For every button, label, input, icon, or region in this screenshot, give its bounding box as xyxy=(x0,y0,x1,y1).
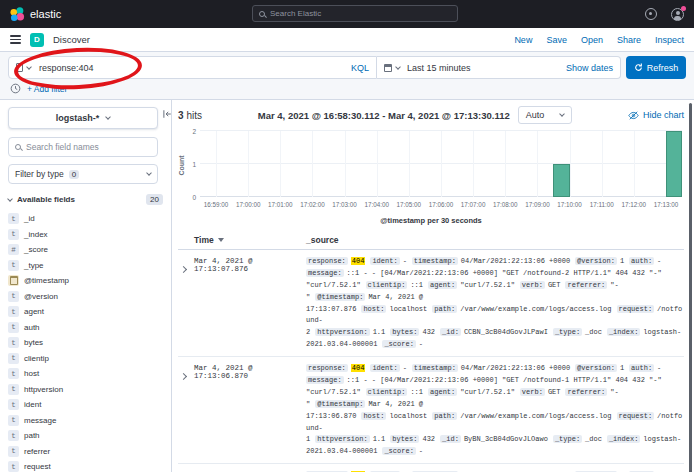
field-list-item[interactable]: t ident xyxy=(8,397,163,413)
document-time: Mar 4, 2021 @ 17:13:06.870 xyxy=(194,363,306,458)
field-list-item[interactable]: t _type xyxy=(8,258,163,274)
date-picker[interactable]: Last 15 minutes Show dates xyxy=(377,56,621,79)
x-axis-tick-label: 17:02:00 xyxy=(300,201,325,208)
vertical-scrollbar[interactable] xyxy=(689,103,692,472)
field-name: httpversion xyxy=(24,385,63,394)
add-filter-button[interactable]: + Add filter xyxy=(27,84,67,94)
field-list-item[interactable]: t clientip xyxy=(8,351,163,367)
x-axis-tick-label: 17:12:00 xyxy=(622,201,647,208)
field-list-item[interactable]: t auth xyxy=(8,320,163,336)
field-type-date-icon xyxy=(8,275,19,286)
saved-query-menu-icon[interactable] xyxy=(16,63,23,72)
field-list-item[interactable]: t agent xyxy=(8,304,163,320)
histogram-bar[interactable] xyxy=(666,131,682,197)
source-field-value: - xyxy=(403,364,407,372)
source-field-label: timestamp: xyxy=(412,364,458,372)
expand-document-icon[interactable] xyxy=(178,363,194,458)
expand-document-icon[interactable] xyxy=(178,256,194,351)
source-field-label: clientip: xyxy=(366,281,408,289)
show-dates-button[interactable]: Show dates xyxy=(566,63,613,73)
nav-action-link[interactable]: Save xyxy=(546,35,567,45)
filter-by-type-select[interactable]: Filter by type 0 xyxy=(8,164,158,184)
field-list-item[interactable]: t path xyxy=(8,428,163,444)
query-language-button[interactable]: KQL xyxy=(351,63,369,73)
field-list-item[interactable]: t request xyxy=(8,459,163,472)
histogram-bar[interactable] xyxy=(553,164,569,197)
source-field-value: 04/Mar/2021:22:13:06 +0000 xyxy=(461,257,570,265)
collapse-sidebar-icon[interactable] xyxy=(162,109,172,119)
source-field-label: _index: xyxy=(607,328,640,336)
field-name: @version xyxy=(24,292,58,301)
source-field-label: path: xyxy=(432,412,457,420)
field-list-item[interactable]: @timestamp xyxy=(8,273,163,289)
source-field-value: 1 xyxy=(620,364,624,372)
document-source: response:404ident:-timestamp:04/Mar/2021… xyxy=(306,256,684,351)
source-field-value: 432 xyxy=(422,328,435,336)
nav-action-link[interactable]: Inspect xyxy=(655,35,684,45)
source-field-value: ::1 xyxy=(410,388,423,396)
interval-select[interactable]: Auto xyxy=(518,106,573,124)
hide-chart-button[interactable]: Hide chart xyxy=(628,110,684,121)
source-field-value: - xyxy=(419,447,423,455)
source-field-label: bytes: xyxy=(390,435,419,443)
field-list-item[interactable]: t @version xyxy=(8,289,163,305)
y-axis-tick-label: 0 xyxy=(192,194,196,201)
index-pattern-select[interactable]: logstash-* xyxy=(8,107,158,129)
source-field-value: /var/www/example.com/logs/access.log xyxy=(460,305,611,313)
elastic-logo[interactable]: elastic xyxy=(10,7,61,22)
highlighted-match: 404 xyxy=(351,257,366,265)
help-icon[interactable] xyxy=(645,8,657,20)
query-section: response:404 KQL Last 15 minutes Show da… xyxy=(0,52,694,100)
query-input[interactable]: response:404 KQL xyxy=(8,56,377,79)
time-column-header[interactable]: Time xyxy=(194,235,306,245)
available-fields-header[interactable]: Available fields 20 xyxy=(8,194,163,205)
source-field-value: 1.1 xyxy=(373,328,386,336)
histogram-plot[interactable] xyxy=(200,131,682,197)
user-avatar-icon[interactable] xyxy=(671,8,684,21)
field-name: request xyxy=(24,462,51,471)
source-column-header[interactable]: _source xyxy=(306,235,684,245)
field-list: t _id t _index # _score t _type @timesta… xyxy=(8,211,163,472)
field-list-item[interactable]: t referrer xyxy=(8,444,163,460)
field-list-item[interactable]: t httpversion xyxy=(8,382,163,398)
refresh-button[interactable]: Refresh xyxy=(626,56,686,79)
field-type-text-icon: t xyxy=(8,306,19,317)
query-text: response:404 xyxy=(39,63,347,73)
field-name: agent xyxy=(24,307,44,316)
hits-label: hits xyxy=(187,110,203,121)
global-header: elastic Search Elastic xyxy=(0,0,694,28)
source-field-label: response: xyxy=(306,364,348,372)
x-axis-tick-label: 17:00:00 xyxy=(236,201,261,208)
field-list-item[interactable]: t bytes xyxy=(8,335,163,351)
source-field-label: request: xyxy=(617,412,655,420)
field-name: _id xyxy=(24,214,35,223)
source-field-value: "curl/7.52.1" xyxy=(460,388,515,396)
global-search-placeholder: Search Elastic xyxy=(270,9,321,18)
source-field-label: @timestamp: xyxy=(315,293,365,301)
nav-action-link[interactable]: Share xyxy=(617,35,641,45)
interval-value: Auto xyxy=(526,110,545,120)
nav-action-link[interactable]: Open xyxy=(581,35,603,45)
source-field-value: 1 xyxy=(620,257,624,265)
field-type-text-icon: t xyxy=(8,399,19,410)
saved-queries-icon[interactable] xyxy=(10,83,21,94)
field-list-item[interactable]: t message xyxy=(8,413,163,429)
field-list-item[interactable]: t host xyxy=(8,366,163,382)
menu-icon[interactable] xyxy=(10,35,21,44)
field-type-text-icon: t xyxy=(8,461,19,472)
source-field-value: _doc xyxy=(585,435,602,443)
x-axis-tick-label: 17:09:00 xyxy=(525,201,550,208)
source-field-label: bytes: xyxy=(390,328,419,336)
highlighted-match: 404 xyxy=(351,364,366,372)
nav-action-link[interactable]: New xyxy=(514,35,532,45)
global-search-input[interactable]: Search Elastic xyxy=(252,5,458,22)
hits-header: 3 hits Mar 4, 2021 @ 16:58:30.112 - Mar … xyxy=(178,104,684,126)
field-list-item[interactable]: # _score xyxy=(8,242,163,258)
source-field-label: agent: xyxy=(428,388,457,396)
field-list-item[interactable]: t _id xyxy=(8,211,163,227)
y-axis-ticks: 012 xyxy=(184,131,196,197)
source-field-label: _type: xyxy=(553,328,582,336)
field-search-input[interactable]: Search field names xyxy=(8,137,158,157)
field-name: path xyxy=(24,431,40,440)
field-list-item[interactable]: t _index xyxy=(8,227,163,243)
